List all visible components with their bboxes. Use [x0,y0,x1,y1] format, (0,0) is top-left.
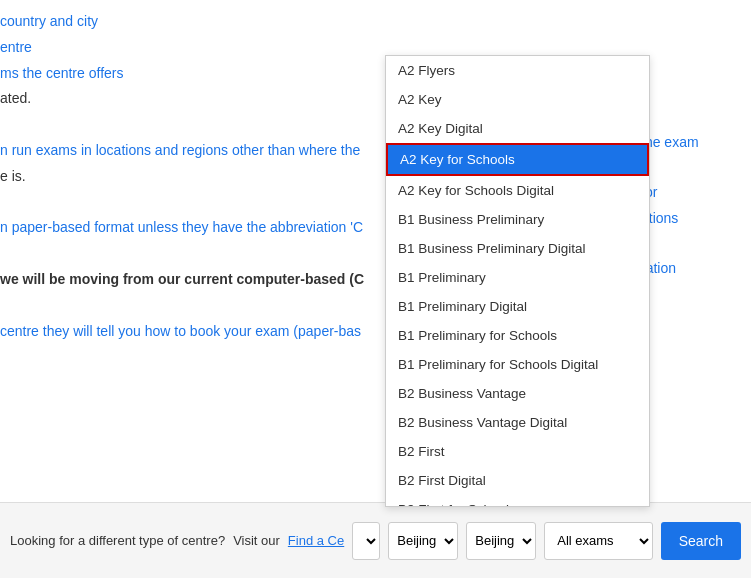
dropdown-item-7[interactable]: B1 Preliminary [386,263,649,292]
bg-line-1: country and city [0,10,390,34]
dropdown-item-2[interactable]: A2 Key Digital [386,114,649,143]
country-select[interactable] [352,522,380,560]
dropdown-item-12[interactable]: B2 Business Vantage Digital [386,408,649,437]
background-text: country and city entre ms the centre off… [0,0,390,355]
looking-for-text: Looking for a different type of centre? [10,533,225,548]
city-select-1[interactable]: Beijing [388,522,458,560]
exam-dropdown-list[interactable]: A2 FlyersA2 KeyA2 Key DigitalA2 Key for … [386,56,649,506]
right-line-5 [641,231,751,256]
exam-dropdown-overlay: A2 FlyersA2 KeyA2 Key DigitalA2 Key for … [385,55,650,507]
right-line-6: ration [641,256,751,281]
right-side-text: the exam for ations ration [641,130,751,281]
bg-line-11: we will be moving from our current compu… [0,268,390,292]
bg-line-4: ated. [0,87,390,111]
bg-line-3: ms the centre offers [0,62,390,86]
visit-text: Visit our [233,533,280,548]
bottom-bar: Looking for a different type of centre? … [0,502,751,578]
dropdown-item-9[interactable]: B1 Preliminary for Schools [386,321,649,350]
bg-line-12 [0,294,390,318]
dropdown-item-6[interactable]: B1 Business Preliminary Digital [386,234,649,263]
dropdown-item-4[interactable]: A2 Key for Schools Digital [386,176,649,205]
dropdown-item-13[interactable]: B2 First [386,437,649,466]
bg-line-10 [0,242,390,266]
dropdown-item-10[interactable]: B1 Preliminary for Schools Digital [386,350,649,379]
dropdown-item-3[interactable]: A2 Key for Schools [386,143,649,176]
right-line-1: the exam [641,130,751,155]
dropdown-item-8[interactable]: B1 Preliminary Digital [386,292,649,321]
right-line-2 [641,155,751,180]
dropdown-item-14[interactable]: B2 First Digital [386,466,649,495]
search-button[interactable]: Search [661,522,741,560]
bg-line-5 [0,113,390,137]
dropdown-item-11[interactable]: B2 Business Vantage [386,379,649,408]
bg-line-6: n run exams in locations and regions oth… [0,139,390,163]
bg-line-9: n paper-based format unless they have th… [0,216,390,240]
dropdown-item-0[interactable]: A2 Flyers [386,56,649,85]
bg-line-13: centre they will tell you how to book yo… [0,320,390,344]
city-select-2[interactable]: Beijing [466,522,536,560]
bg-line-8 [0,191,390,215]
dropdown-item-1[interactable]: A2 Key [386,85,649,114]
find-centre-link[interactable]: Find a Ce [288,533,344,548]
dropdown-item-15[interactable]: B2 First for Schools [386,495,649,506]
bg-line-7: e is. [0,165,390,189]
bg-line-2: entre [0,36,390,60]
dropdown-item-5[interactable]: B1 Business Preliminary [386,205,649,234]
right-line-3: for [641,180,751,205]
exam-select[interactable]: All exams [544,522,652,560]
right-line-4: ations [641,206,751,231]
page-content: country and city entre ms the centre off… [0,0,751,578]
